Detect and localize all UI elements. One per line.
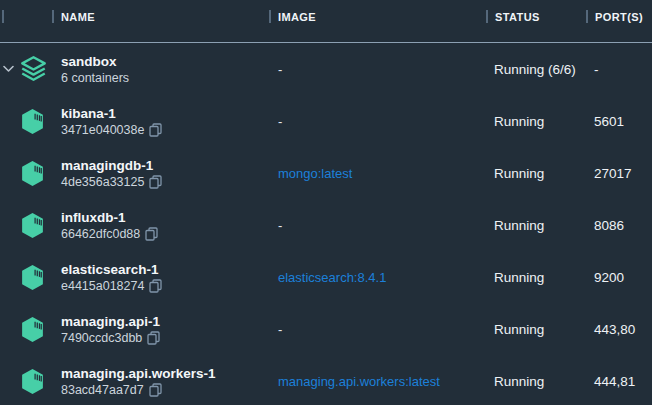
status-cell: Running	[486, 374, 586, 389]
ports-cell: 8086	[586, 218, 652, 233]
ports-text: 5601	[594, 114, 624, 129]
table-row[interactable]: elasticsearch-1e4415a018274elasticsearch…	[0, 251, 652, 303]
image-cell: -	[269, 322, 486, 337]
column-header-ports[interactable]: PORT(S)	[586, 0, 652, 42]
column-divider	[52, 10, 54, 23]
container-subtext-row: 7490ccdc3dbb	[61, 330, 160, 346]
column-header-name[interactable]: NAME	[52, 0, 269, 42]
container-id: 3471e040038e	[61, 122, 144, 138]
column-header-label: IMAGE	[278, 11, 316, 23]
container-name: elasticsearch-1	[61, 261, 159, 278]
ports-text: -	[594, 62, 599, 77]
status-text: Running	[494, 270, 544, 285]
ports-text: 443,80	[594, 322, 635, 337]
ports-text: 8086	[594, 218, 624, 233]
row-icon-cell	[0, 55, 52, 83]
container-name: influxdb-1	[61, 209, 126, 226]
container-subtext-row: 4de356a33125	[61, 174, 162, 190]
ports-cell: 443,80	[586, 322, 652, 337]
name-cell: kibana-13471e040038e	[52, 105, 269, 138]
table-row[interactable]: influxdb-166462dfc0d88-Running8086	[0, 199, 652, 251]
row-icon-cell	[0, 368, 52, 395]
status-cell: Running	[486, 270, 586, 285]
copy-icon[interactable]	[147, 331, 160, 345]
container-icon	[20, 316, 45, 343]
table-row[interactable]: kibana-13471e040038e-Running5601	[0, 95, 652, 147]
container-name: managing.api.workers-1	[61, 365, 216, 382]
image-cell: -	[269, 218, 486, 233]
status-text: Running	[494, 374, 544, 389]
container-subtext-row: 3471e040038e	[61, 122, 162, 138]
image-link[interactable]: mongo:latest	[278, 166, 352, 181]
status-text: Running	[494, 166, 544, 181]
table-row[interactable]: sandbox6 containers-Running (6/6)-	[0, 43, 652, 95]
ports-text: 27017	[594, 166, 632, 181]
container-id: 66462dfc0d88	[61, 226, 140, 242]
image-cell: -	[269, 62, 486, 77]
stack-icon	[20, 55, 47, 83]
status-cell: Running (6/6)	[486, 62, 586, 77]
container-subtext-row: 6 containers	[61, 70, 129, 86]
table-row[interactable]: managing.api-17490ccdc3dbb-Running443,80	[0, 303, 652, 355]
ports-cell: -	[586, 62, 652, 77]
column-divider	[269, 10, 271, 23]
image-cell: elasticsearch:8.4.1	[269, 270, 486, 285]
status-text: Running (6/6)	[494, 62, 576, 77]
container-name: managing.api-1	[61, 313, 160, 330]
row-icon-cell	[0, 316, 52, 343]
ports-cell: 444,81	[586, 374, 652, 389]
row-icon-cell	[0, 264, 52, 291]
image-link[interactable]: managing.api.workers:latest	[278, 374, 440, 389]
container-id: 83acd47aa7d7	[61, 382, 144, 398]
copy-icon[interactable]	[145, 227, 158, 241]
image-value: -	[278, 62, 282, 77]
column-divider	[2, 10, 4, 23]
container-id: 4de356a33125	[61, 174, 144, 190]
column-header-status[interactable]: STATUS	[486, 0, 586, 42]
ports-text: 9200	[594, 270, 624, 285]
container-subtext-row: e4415a018274	[61, 278, 162, 294]
ports-cell: 5601	[586, 114, 652, 129]
container-name: managingdb-1	[61, 157, 153, 174]
column-header-label: PORT(S)	[595, 11, 643, 23]
name-cell: managing.api-17490ccdc3dbb	[52, 313, 269, 346]
image-cell: -	[269, 114, 486, 129]
image-value: -	[278, 322, 282, 337]
chevron-down-icon[interactable]	[3, 65, 14, 73]
name-cell: influxdb-166462dfc0d88	[52, 209, 269, 242]
ports-cell: 9200	[586, 270, 652, 285]
status-text: Running	[494, 218, 544, 233]
row-icon-cell	[0, 160, 52, 187]
container-id: 7490ccdc3dbb	[61, 330, 142, 346]
container-icon	[20, 212, 45, 239]
selection-column-header	[0, 0, 52, 42]
container-name: kibana-1	[61, 105, 116, 122]
copy-icon[interactable]	[149, 279, 162, 293]
column-header-image[interactable]: IMAGE	[269, 0, 486, 42]
container-icon	[20, 160, 45, 187]
status-cell: Running	[486, 166, 586, 181]
name-cell: sandbox6 containers	[52, 53, 269, 86]
image-cell: managing.api.workers:latest	[269, 374, 486, 389]
column-header-label: STATUS	[495, 11, 540, 23]
table-row[interactable]: managing.api.workers-183acd47aa7d7managi…	[0, 355, 652, 405]
table-header: NAME IMAGE STATUS PORT(S)	[0, 0, 652, 43]
container-subtext-row: 66462dfc0d88	[61, 226, 158, 242]
table-body: sandbox6 containers-Running (6/6)-kibana…	[0, 43, 652, 405]
status-cell: Running	[486, 114, 586, 129]
name-cell: managingdb-14de356a33125	[52, 157, 269, 190]
status-text: Running	[494, 322, 544, 337]
image-cell: mongo:latest	[269, 166, 486, 181]
containers-table: NAME IMAGE STATUS PORT(S) sandbox6 conta…	[0, 0, 652, 405]
column-divider	[486, 10, 488, 23]
ports-text: 444,81	[594, 374, 635, 389]
copy-icon[interactable]	[149, 383, 162, 397]
name-cell: managing.api.workers-183acd47aa7d7	[52, 365, 269, 398]
status-cell: Running	[486, 218, 586, 233]
image-value: -	[278, 114, 282, 129]
copy-icon[interactable]	[149, 175, 162, 189]
copy-icon[interactable]	[149, 123, 162, 137]
container-icon	[20, 264, 45, 291]
image-link[interactable]: elasticsearch:8.4.1	[278, 270, 386, 285]
table-row[interactable]: managingdb-14de356a33125mongo:latestRunn…	[0, 147, 652, 199]
